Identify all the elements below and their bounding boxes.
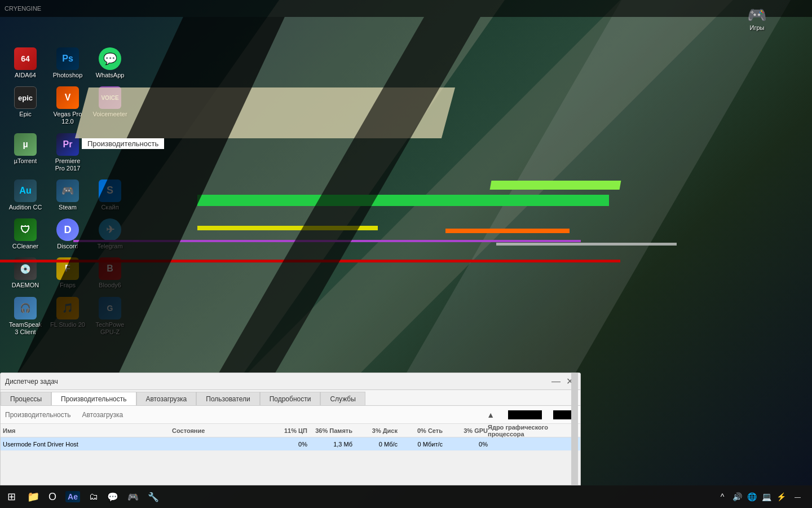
glitch-bar-orange [445,229,570,233]
taskbar-items: 📁 O Ae 🗂 💬 🎮 🔧 [23,485,717,508]
chat-icon: 💬 [107,492,118,502]
task-cpu: 0% [262,441,307,448]
tray-network[interactable]: 🌐 [746,491,757,502]
tab-performance[interactable]: Производительность [51,392,136,405]
ae-icon: Ae [65,491,80,502]
top-window-bar: CRYENGINE [0,0,812,17]
cpu-bar-indicator [508,410,542,419]
desktop-icon-whatsapp[interactable]: 💬 WhatsApp [90,45,130,81]
sort-icon-area: ▲ [487,410,495,419]
task-disk: 0 Мб/с [352,441,398,448]
tray-chevron[interactable]: ^ [717,491,728,502]
tab-users[interactable]: Пользователи [196,392,259,405]
top-bar-text: CRYENGINE [0,5,41,12]
col-header-gpu: 3% GPU [443,427,488,434]
col-header-name: Имя [3,427,172,434]
taskbar-item-steam-tray[interactable]: 🎮 [123,487,143,507]
task-gpu: 0% [443,441,488,448]
games-icon-symbol: 🎮 [747,6,767,24]
taskbar-item-wd[interactable]: 🗂 [85,487,103,507]
tray-volume[interactable]: 🔊 [731,491,743,502]
glitch-bar-green2 [490,181,621,190]
col-header-memory: 36% Память [307,427,352,434]
taskbar-item-ae[interactable]: Ae [61,487,85,507]
desktop-icon-aida64[interactable]: 64 AIDA64 [6,45,45,81]
tab-processes[interactable]: Процессы [1,392,51,405]
clock-time: — [795,493,801,500]
desktop-icon-utorrent[interactable]: µ µTorrent [6,131,45,174]
explorer-icon: 📁 [27,491,39,503]
taskbar: ⊞ 📁 O Ae 🗂 💬 🎮 🔧 ^ 🔊 🌐 💻 ⚡ — [0,485,812,508]
task-network: 0 Мбит/с [398,441,443,448]
performance-floating-label: Производительность [82,138,164,149]
extra-icon: 🔧 [148,492,159,502]
taskbar-item-extra[interactable]: 🔧 [143,487,164,507]
task-memory: 1,3 Мб [307,441,352,448]
scroll-indicator[interactable] [571,373,578,485]
sort-icon[interactable]: ▲ [487,410,495,419]
opera-icon: O [48,491,56,503]
toolbar-label: Производительность [5,411,70,419]
task-manager-title: Диспетчер задач [5,378,58,386]
glitch-bar-white-mid [496,243,677,246]
games-icon-label: Игры [750,24,765,31]
col-header-network: 0% Сеть [398,427,443,434]
steam-tray-icon: 🎮 [127,492,139,502]
start-button[interactable]: ⊞ [0,485,23,508]
taskbar-item-chat[interactable]: 💬 [103,487,123,507]
tab-details[interactable]: Подробности [260,392,321,405]
taskbar-item-opera[interactable]: O [44,487,61,507]
desktop-icon-audition[interactable]: Au Audition CC [6,177,45,213]
tab-services[interactable]: Службы [320,392,365,405]
col-header-disk: 3% Диск [352,427,398,434]
toolbar-autostart: Автозагрузка [82,411,123,419]
start-icon: ⊞ [7,491,16,503]
col-header-status: Состояние [172,427,262,434]
wd-icon: 🗂 [89,492,98,502]
task-manager-toolbar: Производительность Автозагрузка ▲ [1,406,580,424]
tray-hardware[interactable]: 💻 [761,491,772,502]
tray-power[interactable]: ⚡ [775,491,787,502]
tab-autostart[interactable]: Автозагрузка [136,392,197,405]
task-manager-header: Диспетчер задач — ✕ [1,373,580,390]
taskbar-item-explorer[interactable]: 📁 [23,487,44,507]
glitch-bar-green [197,195,609,206]
desktop-icon-photoshop[interactable]: Ps Photoshop [48,45,87,81]
task-manager-tabs: Процессы Производительность Автозагрузка… [1,390,580,406]
desktop-icon-ccleaner[interactable]: 🛡 CCleaner [6,216,45,252]
minimize-button[interactable]: — [549,376,563,387]
icon-row-1: 64 AIDA64 Ps Photoshop 💬 WhatsApp [6,45,130,81]
desktop-icon-epic[interactable]: epic Epic [6,84,45,128]
col-header-cpu: 11% ЦП [262,427,307,434]
task-name: Usermode Font Driver Host [3,441,172,448]
task-manager-window: Диспетчер задач — ✕ Процессы Производите… [0,373,581,485]
table-row[interactable]: Usermode Font Driver Host 0% 1,3 Мб 0 Мб… [1,437,580,451]
games-desktop-icon[interactable]: 🎮 Игры [747,6,767,31]
system-tray: ^ 🔊 🌐 💻 ⚡ — [717,491,812,502]
col-header-gpu-engine: Ядро графического процессора [488,424,578,437]
desktop-icon-steam[interactable]: 🎮 Steam [48,177,87,213]
task-manager-column-headers: Имя Состояние 11% ЦП 36% Память 3% Диск … [1,424,580,437]
taskbar-clock[interactable]: — [790,493,805,500]
